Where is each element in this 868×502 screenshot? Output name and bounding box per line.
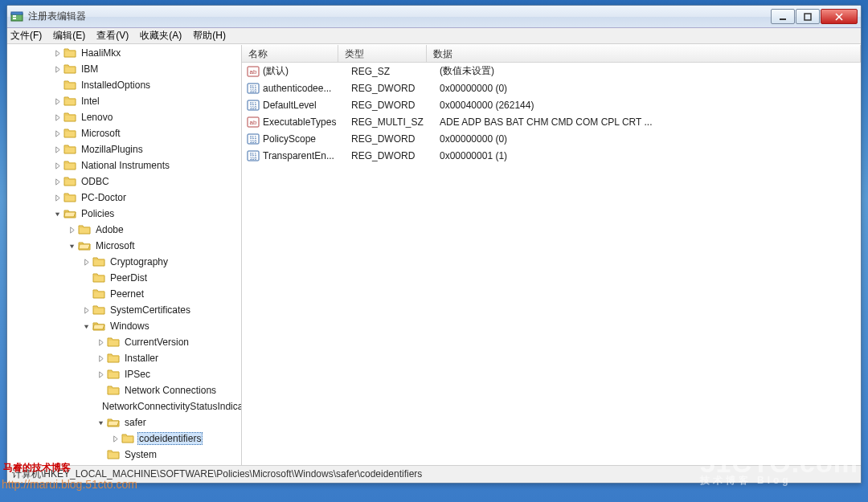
expand-icon[interactable] (96, 369, 105, 379)
svg-text:ab: ab (250, 68, 257, 76)
expand-icon[interactable] (52, 193, 62, 202)
regedit-icon (10, 10, 23, 23)
tree-node[interactable]: Microsoft (67, 238, 241, 254)
client-area: HaaliMkxIBMInstalledOptionsIntelLenovoMi… (7, 44, 861, 465)
tree-node-label: IBM (80, 63, 100, 75)
expand-icon[interactable] (52, 161, 62, 170)
expand-icon[interactable] (52, 129, 62, 138)
list-row[interactable]: 011110authenticodee...REG_DWORD0x0000000… (242, 80, 861, 96)
tree-node-label: Windows (108, 320, 151, 332)
tree-node[interactable]: NetworkConnectivityStatusIndicator (96, 398, 241, 414)
tree-node-label: Peernet (108, 288, 145, 300)
collapse-icon[interactable] (52, 209, 62, 218)
window-title: 注册表编辑器 (28, 10, 770, 23)
col-header-name[interactable]: 名称 (242, 45, 338, 62)
tree-node-label: Cryptography (108, 256, 170, 267)
tree-node[interactable]: Cryptography (81, 254, 241, 270)
tree-node[interactable]: safer (96, 414, 241, 431)
list-header: 名称 类型 数据 (242, 45, 861, 63)
svg-text:ab: ab (250, 119, 257, 126)
tree-node[interactable]: Windows (81, 318, 241, 334)
tree-node[interactable]: National Instruments (52, 157, 241, 173)
expand-icon[interactable] (52, 64, 62, 74)
expand-icon[interactable] (52, 145, 62, 154)
value-data: 0x00040000 (262144) (440, 100, 861, 111)
svg-text:110: 110 (250, 105, 257, 110)
maximize-button[interactable] (796, 9, 820, 24)
expand-icon[interactable] (52, 177, 62, 186)
tree-node[interactable]: Network Connections (96, 382, 241, 398)
tree-node-label: Installer (123, 353, 160, 364)
menu-view[interactable]: 查看(V) (96, 29, 129, 43)
dword-value-icon: 011110 (247, 133, 260, 145)
expand-icon[interactable] (96, 337, 105, 347)
tree-node[interactable]: Installer (96, 350, 241, 366)
expand-icon[interactable] (81, 305, 91, 315)
collapse-icon[interactable] (96, 418, 105, 427)
list-row[interactable]: abExecutableTypesREG_MULTI_SZADE ADP BAS… (242, 113, 861, 130)
tree-node[interactable]: HaaliMkx (52, 45, 241, 61)
list-row[interactable]: 011110PolicyScopeREG_DWORD0x00000000 (0) (242, 130, 861, 147)
folder-icon (92, 320, 105, 333)
value-type: REG_DWORD (351, 133, 440, 145)
tree-node[interactable]: Lenovo (52, 109, 241, 125)
tree-node[interactable]: PeerDist (81, 270, 241, 286)
expand-icon[interactable] (52, 48, 62, 58)
list-row[interactable]: ab(默认)REG_SZ(数值未设置) (242, 63, 861, 80)
tree-node[interactable]: PC-Doctor (52, 190, 241, 206)
tree-node-label: InstalledOptions (80, 80, 152, 91)
tree-node[interactable]: InstalledOptions (52, 77, 241, 93)
folder-icon (107, 448, 120, 461)
col-header-data[interactable]: 数据 (427, 45, 861, 62)
tree-node-label: National Instruments (80, 160, 171, 171)
tree-node[interactable]: Adobe (67, 222, 241, 238)
expand-icon[interactable] (96, 353, 105, 363)
folder-icon (92, 271, 105, 284)
tree-node-label: Network Connections (123, 385, 218, 396)
tree-node[interactable]: Peernet (81, 286, 241, 302)
folder-icon (63, 95, 76, 108)
window-controls (770, 9, 858, 24)
col-header-type[interactable]: 类型 (338, 45, 427, 62)
list-row[interactable]: 011110DefaultLevelREG_DWORD0x00040000 (2… (242, 96, 861, 113)
tree-node[interactable]: IBM (52, 61, 241, 77)
tree-node-label: Intel (80, 96, 101, 107)
value-data: 0x00000001 (1) (440, 150, 861, 161)
menu-file[interactable]: 文件(F) (10, 29, 42, 43)
svg-rect-2 (13, 15, 16, 17)
list-row[interactable]: 011110TransparentEn...REG_DWORD0x0000000… (242, 147, 861, 164)
menu-edit[interactable]: 编辑(E) (53, 29, 85, 43)
tree-node[interactable]: codeidentifiers (110, 431, 241, 447)
collapse-icon[interactable] (81, 321, 91, 331)
collapse-icon[interactable] (67, 241, 76, 251)
expand-icon[interactable] (52, 112, 62, 122)
tree-node[interactable]: SystemCertificates (81, 302, 241, 318)
tree-pane[interactable]: HaaliMkxIBMInstalledOptionsIntelLenovoMi… (7, 45, 242, 465)
value-type: REG_DWORD (351, 150, 440, 161)
menu-help[interactable]: 帮助(H) (193, 29, 226, 43)
expand-icon[interactable] (81, 257, 91, 267)
minimize-button[interactable] (771, 9, 795, 24)
expand-icon[interactable] (67, 225, 76, 235)
folder-icon (107, 352, 120, 365)
close-button[interactable] (821, 9, 858, 24)
tree-node[interactable]: ODBC (52, 173, 241, 190)
folder-icon (63, 127, 76, 140)
value-type: REG_SZ (351, 66, 440, 77)
tree-node[interactable]: MozillaPlugins (52, 141, 241, 157)
tree-node[interactable]: CurrentVersion (96, 334, 241, 350)
menu-favorites[interactable]: 收藏夹(A) (140, 29, 182, 43)
expand-icon[interactable] (110, 434, 120, 443)
tree-node[interactable]: IPSec (96, 366, 241, 382)
expand-icon[interactable] (52, 96, 62, 106)
tree-node[interactable]: Microsoft (52, 125, 241, 141)
list-pane[interactable]: 名称 类型 数据 ab(默认)REG_SZ(数值未设置)011110authen… (242, 45, 861, 465)
dword-value-icon: 011110 (247, 82, 260, 95)
tree-node-label: NetworkConnectivityStatusIndicator (100, 401, 242, 412)
folder-icon (107, 416, 120, 429)
tree-node[interactable]: Intel (52, 93, 241, 109)
title-bar[interactable]: 注册表编辑器 (7, 6, 861, 28)
tree-node[interactable]: System (96, 447, 241, 463)
tree-node[interactable]: Policies (52, 206, 241, 222)
dword-value-icon: 011110 (247, 149, 260, 162)
